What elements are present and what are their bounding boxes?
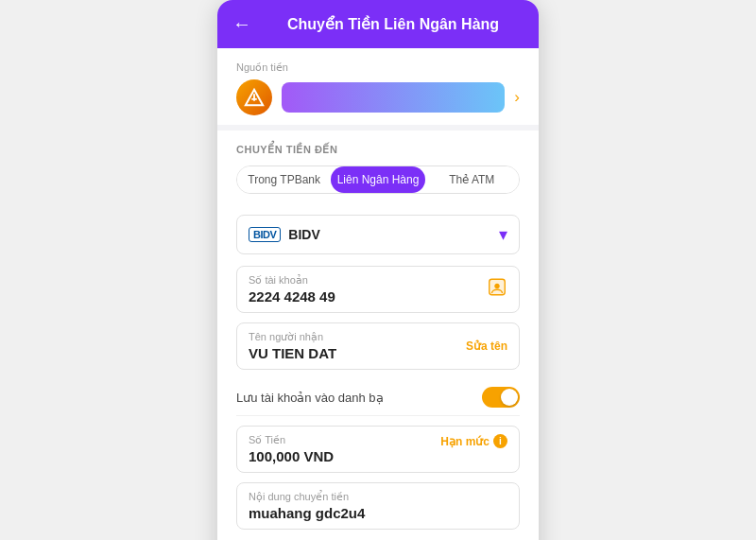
edit-name-button[interactable]: Sửa tên [466,340,507,353]
limit-label[interactable]: Hạn mức [440,435,490,448]
transfer-tabs: Trong TPBank Liên Ngân Hàng Thẻ ATM [236,165,520,194]
transfer-content-value: muahang gdc2u4 [249,505,507,521]
transfer-to-section: CHUYỂN TIỀN ĐẾN Trong TPBank Liên Ngân H… [217,131,539,215]
tab-theatm[interactable]: Thẻ ATM [425,166,519,193]
tab-liennganhang[interactable]: Liên Ngân Hàng [331,166,424,193]
source-section: Nguồn tiền › [217,48,539,131]
contacts-icon[interactable] [487,277,507,303]
account-number-field[interactable]: Số tài khoản 2224 4248 49 [236,266,520,313]
phone-container: ← Chuyển Tiền Liên Ngân Hàng Nguồn tiền … [217,0,539,540]
back-button[interactable]: ← [232,13,251,35]
bank-logo: BIDV [249,227,281,242]
bank-select-dropdown[interactable]: BIDV BIDV ▾ [236,215,520,254]
transfer-content-label: Nội dung chuyển tiền [249,491,507,503]
amount-field[interactable]: Số Tiền 100,000 VND Hạn mức i [236,426,520,473]
bank-name: BIDV [288,227,491,242]
limit-info-icon[interactable]: i [493,434,507,448]
account-number-value: 2224 4248 49 [249,288,507,305]
form-area: BIDV BIDV ▾ Số tài khoản 2224 4248 49 [217,215,539,540]
save-account-label: Lưu tài khoản vào danh bạ [236,391,482,405]
source-row[interactable]: › [236,79,520,115]
page-title: Chuyển Tiền Liên Ngân Hàng [263,15,524,33]
source-label: Nguồn tiền [236,61,520,74]
account-number-label: Số tài khoản [249,274,507,287]
toggle-knob [501,389,518,406]
content-area: Nguồn tiền › CHUYỂN TIỀN ĐẾN Trong TPBan… [217,48,539,540]
save-account-row: Lưu tài khoản vào danh bạ [236,379,520,416]
save-account-toggle[interactable] [482,387,520,408]
bank-chevron-icon[interactable]: ▾ [499,224,507,245]
transfer-to-label: CHUYỂN TIỀN ĐẾN [236,144,520,156]
transfer-content-field[interactable]: Nội dung chuyển tiền muahang gdc2u4 [236,482,520,530]
recipient-name-field[interactable]: Tên người nhận VU TIEN DAT Sửa tên [236,322,520,370]
limit-section: Hạn mức i [440,434,507,448]
source-account-bar [282,82,505,113]
header: ← Chuyển Tiền Liên Ngân Hàng [217,0,539,48]
source-bank-icon [236,79,272,115]
amount-value: 100,000 VND [249,448,507,464]
tab-tpbank[interactable]: Trong TPBank [237,166,331,193]
source-chevron-icon[interactable]: › [514,88,520,107]
